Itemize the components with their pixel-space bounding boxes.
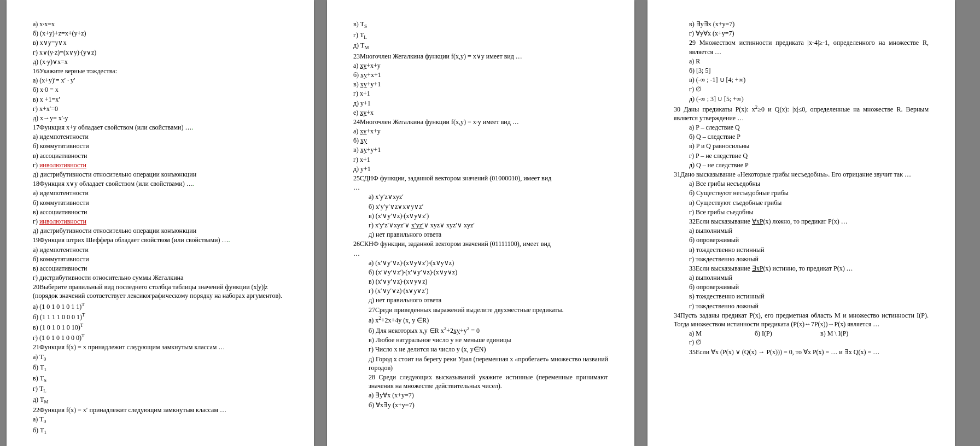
text-line: а) P – следствие Q bbox=[689, 123, 929, 132]
text-line: а) (x′∨y′∨z)·(x∨y∨z′)·(x∨y∨z) bbox=[369, 259, 608, 267]
text-line: г) ∀y∀x (x+y=7) bbox=[689, 29, 929, 38]
text-line: б) xy bbox=[353, 136, 608, 145]
text-line: 32Если высказывание ∀xP(x) ложно, то пре… bbox=[689, 217, 929, 226]
text-line: в) (x′∨y′∨z)·(x∨y∨z′) bbox=[369, 212, 608, 220]
text-line: а) R bbox=[689, 57, 929, 66]
text-line: г) x′y′z′∨xyz′∨ x′yz′∨ xyz∨ xyz′∨ xyz′ bbox=[369, 221, 608, 230]
text-line: 17Функция x+y обладает свойством (или св… bbox=[33, 123, 288, 132]
text-line: б) xy+x+1 bbox=[353, 71, 608, 79]
text-line: б) (x′∨y′∨z′)·(x′∨y′∨z)·(x∨y∨z) bbox=[369, 268, 608, 277]
text-line: б) Существуют несъедобные грибы bbox=[689, 189, 929, 197]
text-line: б) (x+y)+z=x+(y+z) bbox=[33, 29, 288, 38]
text-line: 30 Даны предикаты P(x): x2≥0 и Q(x): |x|… bbox=[674, 104, 929, 122]
text-line: в) x∨y=y∨x bbox=[33, 38, 288, 47]
text-line: в) Существуют съедобные грибы bbox=[689, 198, 929, 207]
text-line: … bbox=[353, 249, 608, 258]
text-line: 24Многочлен Жегалкина функции f(x,y) = x… bbox=[353, 118, 608, 126]
text-line: а) (1 0 1 0 1 0 1 1)T bbox=[33, 301, 288, 311]
text-line: а) xy+x+y bbox=[353, 127, 608, 136]
text-line: в) ассоциативности bbox=[33, 264, 288, 273]
text-line: д) дистрибутивности относительно операци… bbox=[33, 226, 288, 235]
text-line: г) x+1 bbox=[353, 155, 608, 164]
text-line: в) ассоциативности bbox=[33, 151, 288, 160]
text-line: 18Функция x∨y обладает свойством (или св… bbox=[33, 179, 288, 188]
text-line: г) инволютивности bbox=[33, 217, 288, 226]
text-line: а) T0 bbox=[33, 353, 288, 363]
text-line: а) xy+x+y bbox=[353, 61, 608, 70]
text-line: 35Если ∀x (P(x) ∨ (Q(x) → P(x))) = 0, то… bbox=[689, 348, 929, 356]
text-line: в) ∃y∃x (x+y=7) bbox=[689, 20, 929, 28]
text-line: д) дистрибутивности относительно операци… bbox=[33, 170, 288, 179]
text-line: а) идемпотентности bbox=[33, 189, 288, 197]
text-line: г) ∅ bbox=[689, 85, 929, 93]
text-line: г) x∨(y·z)=(x∨y)·(y∨z) bbox=[33, 48, 288, 57]
text-line: 25СДНФ функции, заданной вектором значен… bbox=[353, 174, 608, 183]
text-line: б) x·0 = x bbox=[33, 85, 288, 94]
text-line: г) x+x′=0 bbox=[33, 104, 288, 113]
text-line: а) идемпотентности bbox=[33, 132, 288, 141]
text-line: … bbox=[353, 183, 608, 192]
text-line: 34Пусть заданы предикат P(x), его предме… bbox=[674, 311, 929, 328]
text-line: 27Среди приведенных выражений выделите д… bbox=[369, 306, 608, 314]
text-line: б) Q – следствие P bbox=[689, 132, 929, 141]
text-line: а) x2+2x+4y (x, y ∈R) bbox=[369, 315, 608, 325]
text-line: б) x′y′y′∨z∨x∨y∨z′ bbox=[369, 202, 608, 211]
text-line: а) (x+y)′= x′ · y′ bbox=[33, 76, 288, 85]
text-line: д) TM bbox=[33, 395, 288, 406]
text-line: г) TL bbox=[353, 31, 608, 41]
text-line: а) x′y′z∨xyz′ bbox=[369, 192, 608, 201]
text-line: д) Q – не следствие P bbox=[689, 161, 929, 169]
text-line: г) TL bbox=[33, 384, 288, 395]
page-2: в) TSг) TLд) TM23Многочлен Жегалкина фун… bbox=[327, 0, 634, 446]
text-line: г) (x′∨y′∨z)·(x∨y∨z′) bbox=[369, 286, 608, 295]
text-line: б) опровержимый bbox=[689, 283, 929, 291]
text-line: д) y+1 bbox=[353, 165, 608, 173]
text-line: в) Любое натуральное число y не меньше е… bbox=[369, 336, 608, 344]
text-line: д) y+1 bbox=[353, 99, 608, 108]
text-line: а) T0 bbox=[33, 415, 288, 425]
text-line: б) T1 bbox=[33, 426, 288, 436]
text-line: в) (-∞ ; -1] ∪ [4; +∞) bbox=[689, 75, 929, 84]
text-line: а) идемпотентности bbox=[33, 245, 288, 254]
text-line: а) Все грибы несъедобны bbox=[689, 179, 929, 188]
text-line: в) тождественно истинный bbox=[689, 245, 929, 254]
text-line: г) Все грибы съедобны bbox=[689, 208, 929, 216]
text-line: 21Функция f(x) = x принадлежит следующим… bbox=[33, 343, 288, 351]
text-line: а) выполнимый bbox=[689, 273, 929, 282]
text-line: а) Mб) I(P)в) M \ I(P)г) ∅ bbox=[689, 329, 929, 347]
text-line: г) инволютивности bbox=[33, 161, 288, 169]
text-line: д) (x·y)∨x=x bbox=[33, 57, 288, 66]
text-line: в) P и Q равносильны bbox=[689, 142, 929, 150]
page-3: в) ∃y∃x (x+y=7)г) ∀y∀x (x+y=7) 29 Множес… bbox=[648, 0, 955, 446]
page-1: а) x·x=xб) (x+y)+z=x+(y+z)в) x∨y=y∨xг) x… bbox=[7, 0, 314, 446]
text-line: г) P – не следствие Q bbox=[689, 151, 929, 160]
text-line: б) коммутативности bbox=[33, 142, 288, 150]
text-line: 31Дано высказывание «Некоторые грибы нес… bbox=[674, 170, 929, 179]
text-line: 22Функция f(x) = x′ принадлежит следующи… bbox=[33, 406, 288, 414]
text-line: д) TM bbox=[353, 41, 608, 51]
text-line: 23Многочлен Жегалкина функции f(x,y) = x… bbox=[353, 52, 608, 61]
viewport: а) x·x=xб) (x+y)+z=x+(y+z)в) x∨y=y∨xг) x… bbox=[0, 0, 980, 446]
text-line: б) опровержимый bbox=[689, 236, 929, 244]
text-line: в) xy+y+1 bbox=[353, 145, 608, 154]
text-line: в) ассоциативности bbox=[33, 208, 288, 216]
text-line: б) Для некоторых x,y ∈R x2+2xy+y2 = 0 bbox=[369, 325, 608, 335]
text-line: б) (1 1 1 1 0 0 0 1)T bbox=[33, 312, 288, 321]
text-line: а) x·x=x bbox=[33, 20, 288, 28]
text-line: д) (-∞ ; 3] ∪ [5; +∞) bbox=[689, 95, 929, 103]
text-line: б) [3; 5] bbox=[689, 66, 929, 75]
text-line: в) TS bbox=[33, 374, 288, 384]
text-line: а) выполнимый bbox=[689, 226, 929, 235]
text-line: 28 Среди следующих высказываний укажите … bbox=[369, 373, 608, 390]
text-line: б) T1 bbox=[33, 363, 288, 373]
text-line: 29 Множеством истинности предиката |x-4|… bbox=[689, 38, 929, 56]
text-line: г) (1 0 1 0 1 0 0 0)T bbox=[33, 332, 288, 342]
text-line: 16Укажите верные тождества: bbox=[33, 67, 288, 75]
text-line: д) Город x стоит на берегу реки Урал (пе… bbox=[369, 355, 608, 372]
text-line: г) дистрибутивности относительно суммы Ж… bbox=[33, 273, 288, 282]
text-line: в) (1 0 1 0 1 0 10)T bbox=[33, 322, 288, 332]
text-line: д) нет правильного ответа bbox=[369, 230, 608, 239]
text-line: г) тождественно ложный bbox=[689, 302, 929, 310]
text-line: б) ∀x∃y (x+y=7) bbox=[369, 401, 608, 409]
text-line: а) ∃y∀x (x+y=7) bbox=[369, 391, 608, 400]
